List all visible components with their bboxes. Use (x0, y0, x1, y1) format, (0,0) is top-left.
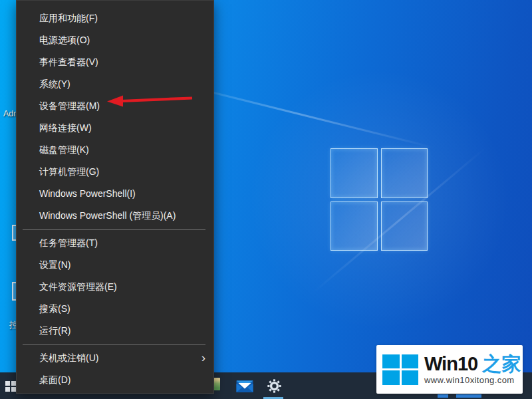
watermark-brand-cn: 之家 (482, 353, 521, 374)
winx-menu: 应用和功能(F)电源选项(O)事件查看器(V)系统(Y)设备管理器(M)网络连接… (16, 0, 214, 394)
flag-pane (402, 370, 419, 385)
menu-item-power-options[interactable]: 电源选项(O) (17, 29, 213, 51)
tray-icon-partial (438, 394, 448, 398)
menu-item-disk-management[interactable]: 磁盘管理(K) (17, 139, 213, 161)
menu-item-windows-powershell-admin[interactable]: Windows PowerShell (管理员)(A) (17, 205, 213, 227)
taskbar-mail-button[interactable] (231, 372, 258, 399)
flag-pane (382, 370, 400, 385)
windows-logo-wallpaper (331, 148, 428, 251)
menu-item-label: 事件查看器(V) (39, 57, 98, 67)
submenu-chevron-icon: › (201, 347, 205, 368)
watermark-card: Win10之家 www.win10xitong.com (376, 345, 523, 394)
windows-logo-pane (331, 148, 378, 198)
watermark-brand-en: Win10 (424, 353, 477, 374)
menu-item-label: 文件资源管理器(E) (39, 281, 117, 292)
windows-logo-pane (331, 201, 378, 251)
watermark-url: www.win10xitong.com (424, 376, 521, 385)
tray-icon-partial (456, 394, 481, 398)
menu-item-label: 电源选项(O) (39, 35, 90, 45)
start-button[interactable] (5, 381, 16, 392)
menu-item-shutdown-signout[interactable]: 关机或注销(U)› (17, 347, 213, 369)
start-windows-icon (11, 381, 16, 386)
taskbar-settings-button[interactable] (261, 372, 287, 399)
menu-item-label: 计算机管理(G) (39, 166, 99, 177)
menu-item-search[interactable]: 搜索(S) (17, 298, 213, 320)
menu-item-label: Windows PowerShell (管理员)(A) (39, 210, 176, 221)
menu-item-apps-and-features[interactable]: 应用和功能(F) (17, 7, 213, 29)
menu-item-label: 运行(R) (39, 325, 70, 336)
menu-item-windows-powershell[interactable]: Windows PowerShell(I) (17, 183, 213, 205)
gear-icon (267, 378, 282, 394)
red-arrow-annotation (104, 92, 200, 109)
windows-10-desktop: Adm 控 (0, 0, 532, 399)
menu-item-label: 设置(N) (39, 259, 70, 270)
windows-logo-pane (381, 148, 428, 198)
menu-item-label: 搜索(S) (39, 303, 70, 314)
menu-separator (23, 229, 205, 230)
start-windows-icon (5, 381, 10, 386)
win10-home-flag-icon (382, 354, 418, 385)
menu-item-label: Windows PowerShell(I) (39, 188, 136, 199)
menu-item-event-viewer[interactable]: 事件查看器(V) (17, 51, 213, 73)
flag-pane (402, 354, 419, 369)
menu-item-label: 任务管理器(T) (39, 237, 98, 248)
menu-item-run[interactable]: 运行(R) (17, 320, 213, 342)
watermark-text: Win10之家 www.win10xitong.com (424, 354, 521, 385)
desktop-icon-label-partial[interactable]: 控 (9, 319, 16, 331)
menu-item-label: 磁盘管理(K) (39, 144, 89, 155)
menu-item-label: 设备管理器(M) (39, 100, 100, 111)
flag-pane (382, 354, 400, 369)
start-windows-icon (5, 387, 10, 392)
menu-separator (23, 344, 205, 345)
menu-item-task-manager[interactable]: 任务管理器(T) (17, 232, 213, 254)
menu-item-network-connections[interactable]: 网络连接(W) (17, 117, 213, 139)
watermark-brand: Win10之家 (424, 354, 521, 374)
menu-item-label: 网络连接(W) (39, 122, 92, 133)
menu-item-desktop[interactable]: 桌面(D) (17, 369, 213, 391)
windows-logo-pane (381, 201, 428, 251)
mail-icon (236, 379, 253, 393)
start-windows-icon (11, 387, 16, 392)
menu-item-label: 关机或注销(U) (39, 352, 98, 363)
menu-item-file-explorer[interactable]: 文件资源管理器(E) (17, 276, 213, 298)
menu-item-label: 系统(Y) (39, 78, 70, 89)
menu-item-label: 应用和功能(F) (39, 13, 98, 23)
menu-item-computer-management[interactable]: 计算机管理(G) (17, 161, 213, 183)
menu-item-settings[interactable]: 设置(N) (17, 254, 213, 276)
menu-item-label: 桌面(D) (39, 374, 70, 385)
